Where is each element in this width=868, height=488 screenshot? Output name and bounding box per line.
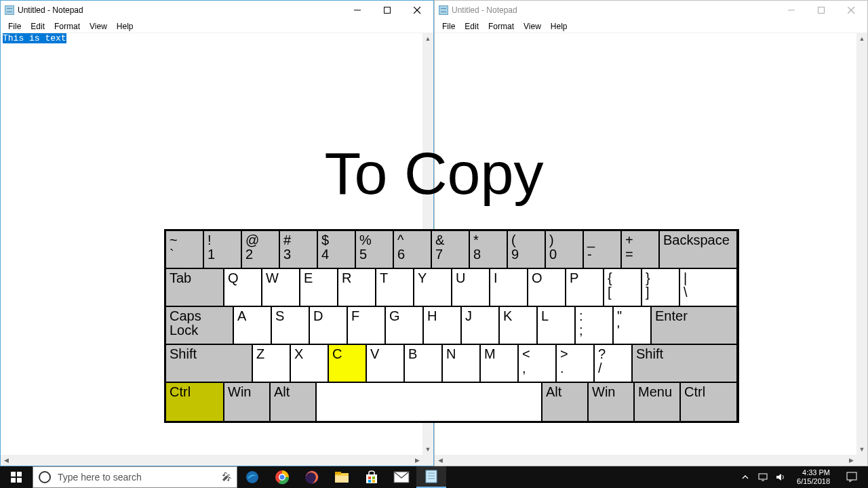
action-center-icon[interactable] <box>841 472 863 483</box>
scroll-left-icon[interactable]: ◀ <box>435 455 446 466</box>
key-ctrl-left[interactable]: Ctrl <box>165 382 224 422</box>
key-ctrl-right[interactable]: Ctrl <box>680 382 737 422</box>
key-x[interactable]: X <box>290 344 328 382</box>
key-=[interactable]: += <box>621 230 659 268</box>
resize-grip[interactable] <box>856 455 867 466</box>
key-1[interactable]: !1 <box>203 230 241 268</box>
key-0[interactable]: )0 <box>545 230 583 268</box>
menu-file[interactable]: File <box>3 21 26 32</box>
key-j[interactable]: J <box>461 306 499 344</box>
key--[interactable]: _- <box>583 230 621 268</box>
close-button[interactable] <box>836 1 866 20</box>
key-sym[interactable]: :; <box>575 306 613 344</box>
scroll-right-icon[interactable]: ▶ <box>412 455 422 466</box>
key-sym[interactable]: "' <box>613 306 651 344</box>
key-r[interactable]: R <box>338 268 376 306</box>
start-button[interactable] <box>0 466 33 488</box>
key-sym[interactable]: ?/ <box>594 344 632 382</box>
clock[interactable]: 4:33 PM 6/15/2018 <box>793 468 834 485</box>
key-9[interactable]: (9 <box>507 230 545 268</box>
key-shift-left[interactable]: Shift <box>165 344 252 382</box>
key-6[interactable]: ^6 <box>393 230 431 268</box>
key-\[interactable]: |\ <box>679 268 737 306</box>
microphone-icon[interactable]: 🎤︎ <box>222 471 231 483</box>
key-win-right[interactable]: Win <box>588 382 634 422</box>
key-space[interactable] <box>316 382 542 422</box>
key-win-left[interactable]: Win <box>224 382 270 422</box>
search-box[interactable]: Type here to search 🎤︎ <box>33 466 237 488</box>
key-t[interactable]: T <box>376 268 414 306</box>
scroll-right-icon[interactable]: ▶ <box>846 455 856 466</box>
key-sym[interactable]: >. <box>556 344 594 382</box>
taskbar-explorer[interactable] <box>327 466 357 488</box>
taskbar-store[interactable] <box>357 466 387 488</box>
key-sym[interactable]: <, <box>518 344 556 382</box>
key-z[interactable]: Z <box>252 344 290 382</box>
key-shift-right[interactable]: Shift <box>632 344 737 382</box>
scrollbar-horizontal[interactable]: ◀▶ <box>435 455 856 466</box>
menu-file[interactable]: File <box>437 21 460 32</box>
key-[[interactable]: {[ <box>604 268 642 306</box>
scroll-down-icon[interactable]: ▼ <box>422 444 433 455</box>
minimize-button[interactable] <box>776 1 806 20</box>
key-c[interactable]: C <box>328 344 366 382</box>
menu-view[interactable]: View <box>85 21 112 32</box>
taskbar-mail[interactable] <box>387 466 416 488</box>
tray-volume-icon[interactable] <box>775 472 786 483</box>
key-b[interactable]: B <box>404 344 442 382</box>
key-][interactable]: }] <box>642 268 679 306</box>
scrollbar-vertical[interactable]: ▲▼ <box>856 33 867 455</box>
key-e[interactable]: E <box>300 268 338 306</box>
key-i[interactable]: I <box>490 268 528 306</box>
key-capslock[interactable]: Caps Lock <box>165 306 233 344</box>
key-3[interactable]: #3 <box>279 230 317 268</box>
titlebar-right[interactable]: Untitled - Notepad <box>435 1 867 20</box>
menu-format[interactable]: Format <box>484 21 519 32</box>
key-f[interactable]: F <box>347 306 385 344</box>
maximize-button[interactable] <box>372 1 402 20</box>
scroll-up-icon[interactable]: ▲ <box>422 33 433 44</box>
key-tab[interactable]: Tab <box>165 268 224 306</box>
scrollbar-horizontal[interactable]: ◀▶ <box>1 455 422 466</box>
key-y[interactable]: Y <box>414 268 452 306</box>
key-s[interactable]: S <box>271 306 309 344</box>
key-d[interactable]: D <box>309 306 347 344</box>
scroll-left-icon[interactable]: ◀ <box>1 455 12 466</box>
key-4[interactable]: $4 <box>317 230 355 268</box>
key-q[interactable]: Q <box>224 268 262 306</box>
key-menu[interactable]: Menu <box>634 382 680 422</box>
tray-network-icon[interactable] <box>757 472 768 483</box>
key-v[interactable]: V <box>366 344 404 382</box>
taskbar-firefox[interactable] <box>297 466 327 488</box>
menu-help[interactable]: Help <box>546 21 572 32</box>
menu-edit[interactable]: Edit <box>26 21 50 32</box>
menu-format[interactable]: Format <box>50 21 85 32</box>
minimize-button[interactable] <box>342 1 372 20</box>
key-2[interactable]: @2 <box>241 230 279 268</box>
key-enter[interactable]: Enter <box>651 306 737 344</box>
taskbar-edge[interactable] <box>237 466 267 488</box>
close-button[interactable] <box>402 1 432 20</box>
key-h[interactable]: H <box>423 306 461 344</box>
resize-grip[interactable] <box>422 455 433 466</box>
maximize-button[interactable] <box>806 1 836 20</box>
key-o[interactable]: O <box>528 268 566 306</box>
key-8[interactable]: *8 <box>469 230 507 268</box>
scroll-up-icon[interactable]: ▲ <box>856 33 867 44</box>
key-5[interactable]: %5 <box>355 230 393 268</box>
key-alt-right[interactable]: Alt <box>542 382 588 422</box>
key-backspace[interactable]: Backspace <box>659 230 737 268</box>
key-g[interactable]: G <box>385 306 423 344</box>
scroll-down-icon[interactable]: ▼ <box>856 444 867 455</box>
key-m[interactable]: M <box>480 344 518 382</box>
key-l[interactable]: L <box>537 306 575 344</box>
key-p[interactable]: P <box>566 268 604 306</box>
menu-view[interactable]: View <box>519 21 546 32</box>
tray-chevron-up-icon[interactable] <box>740 472 751 483</box>
menu-edit[interactable]: Edit <box>460 21 484 32</box>
key-w[interactable]: W <box>262 268 300 306</box>
titlebar-left[interactable]: Untitled - Notepad <box>1 1 433 20</box>
key-`[interactable]: ~` <box>165 230 203 268</box>
taskbar-notepad[interactable] <box>416 466 446 488</box>
menu-help[interactable]: Help <box>112 21 138 32</box>
